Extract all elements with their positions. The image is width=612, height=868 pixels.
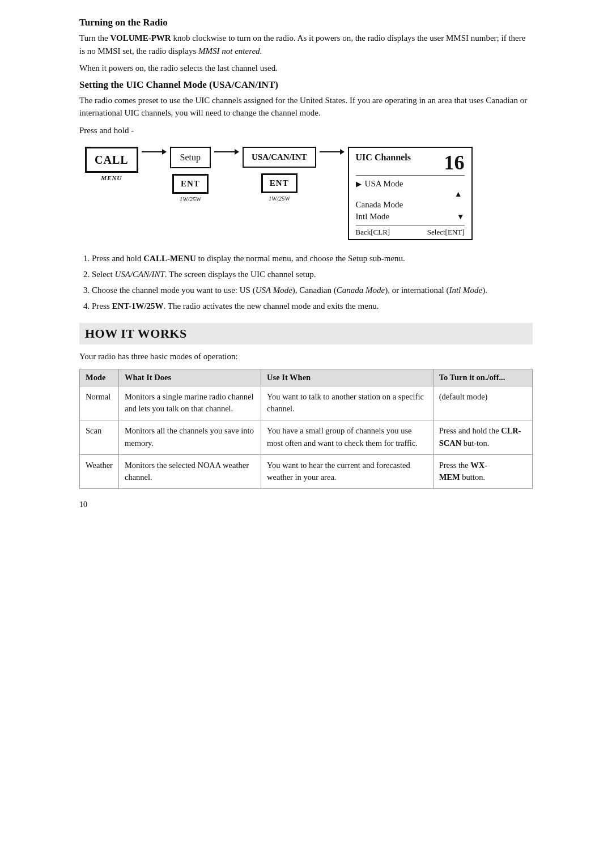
ent-button-1[interactable]: ENT bbox=[172, 174, 209, 194]
ent-button-2[interactable]: ENT bbox=[261, 173, 298, 193]
call-button[interactable]: CALL bbox=[85, 147, 138, 173]
uic-mode-canada: Canada Mode bbox=[356, 199, 465, 211]
instruction-1: Press and hold CALL-MENU to display the … bbox=[92, 252, 533, 265]
arrow-setup-to-usa bbox=[214, 147, 239, 157]
uic-screen-header: UIC Channels 16 bbox=[356, 152, 465, 176]
col-mode: Mode bbox=[80, 369, 119, 386]
what-weather: Monitors the selected NOAA weather chann… bbox=[118, 454, 261, 489]
how-weather: Press the WX-MEM button. bbox=[433, 454, 532, 489]
uic-back-label[interactable]: Back[CLR] bbox=[356, 228, 390, 237]
call-menu-bold: CALL-MENU bbox=[143, 254, 196, 263]
volume-pwr-label: VOLUME-PWR bbox=[110, 33, 171, 42]
turning-heading: Turning on the Radio bbox=[79, 17, 533, 28]
arrow-call-to-setup bbox=[142, 147, 167, 157]
triangle-up-icon: ▲ bbox=[454, 190, 462, 199]
svg-marker-1 bbox=[162, 149, 167, 155]
how-scan-pre: Press and hold the bbox=[439, 426, 502, 435]
how-weather-pre: Press the bbox=[439, 461, 471, 470]
setting-p1: The radio comes preset to use the UIC ch… bbox=[79, 94, 533, 120]
turn-text-end: . bbox=[260, 46, 262, 56]
how-scan-post: but-ton. bbox=[461, 439, 489, 448]
how-it-works-title: HOW IT WORKS bbox=[79, 323, 533, 344]
how-scan: Press and hold the CLR-SCAN but-ton. bbox=[433, 420, 532, 455]
turn-text-pre: Turn the bbox=[79, 33, 110, 42]
instructions-list: Press and hold CALL-MENU to display the … bbox=[92, 252, 533, 313]
mode-normal: Normal bbox=[80, 386, 119, 420]
table-row: Scan Monitors all the channels you save … bbox=[80, 420, 533, 455]
table-body: Normal Monitors a single marine radio ch… bbox=[80, 386, 533, 489]
arrow-ent-to-uic bbox=[320, 147, 345, 157]
triangle-down-icon: ▼ bbox=[457, 212, 465, 222]
setup-group: Setup ENT 1W/25W bbox=[170, 147, 211, 202]
usa-mode-italic: USA Mode bbox=[256, 286, 292, 295]
what-normal: Monitors a single marine radio channel a… bbox=[118, 386, 261, 420]
turning-p2: When it powers on, the radio selects the… bbox=[79, 62, 533, 75]
uic-mode-usa: USA Mode bbox=[356, 178, 465, 190]
what-scan: Monitors all the channels you save into … bbox=[118, 420, 261, 455]
usa-can-int-group: USA/CAN/INT ENT 1W/25W bbox=[243, 147, 316, 202]
uic-channels-title: UIC Channels bbox=[356, 152, 411, 163]
press-hold-label: Press and hold - bbox=[79, 124, 533, 137]
uic-select-label[interactable]: Select[ENT] bbox=[427, 228, 465, 237]
canada-mode-italic: Canada Mode bbox=[337, 286, 385, 295]
when-weather: You want to hear the current and forecas… bbox=[261, 454, 434, 489]
mode-weather: Weather bbox=[80, 454, 119, 489]
mmsi-italic: MMSI not entered bbox=[198, 46, 260, 56]
turning-p1: Turn the VOLUME-PWR knob clockwise to tu… bbox=[79, 32, 533, 57]
watt-label-1: 1W/25W bbox=[180, 195, 201, 202]
menu-label: MENU bbox=[101, 175, 122, 181]
uic-screen: UIC Channels 16 USA Mode ▲ Canada Mode I… bbox=[348, 147, 473, 240]
col-what: What It Does bbox=[118, 369, 261, 386]
diagram-area: CALL MENU Setup ENT 1W/25W USA/CAN/INT E… bbox=[85, 147, 533, 240]
when-scan: You have a small group of channels you u… bbox=[261, 420, 434, 455]
how-weather-post: button. bbox=[460, 473, 485, 482]
instruction-4: Press ENT-1W/25W. The radio activates th… bbox=[92, 299, 533, 313]
when-normal: You want to talk to another station on a… bbox=[261, 386, 434, 420]
uic-mode-intl: Intl Mode ▼ bbox=[356, 211, 465, 223]
ent-1w-25w-bold: ENT-1W/25W bbox=[112, 301, 163, 310]
col-when: Use It When bbox=[261, 369, 434, 386]
page-number: 10 bbox=[79, 500, 533, 509]
uic-footer: Back[CLR] Select[ENT] bbox=[356, 225, 465, 239]
how-normal: (default mode) bbox=[433, 386, 532, 420]
svg-marker-3 bbox=[235, 149, 239, 155]
table-header: Mode What It Does Use It When To Turn it… bbox=[80, 369, 533, 386]
usa-can-int-box: USA/CAN/INT bbox=[243, 147, 316, 168]
table-row: Weather Monitors the selected NOAA weath… bbox=[80, 454, 533, 489]
usa-can-int-italic: USA/CAN/INT bbox=[114, 270, 164, 279]
intl-mode-italic: Intl Mode bbox=[449, 286, 482, 295]
svg-marker-5 bbox=[340, 149, 345, 155]
col-how: To Turn it on./off... bbox=[433, 369, 532, 386]
instruction-3: Choose the channel mode you want to use:… bbox=[92, 283, 533, 297]
setup-box: Setup bbox=[170, 147, 211, 168]
how-it-works-intro: Your radio has three basic modes of oper… bbox=[79, 350, 533, 363]
mode-scan: Scan bbox=[80, 420, 119, 455]
modes-table: Mode What It Does Use It When To Turn it… bbox=[79, 369, 533, 490]
uic-channel-number: 16 bbox=[444, 152, 465, 173]
table-row: Normal Monitors a single marine radio ch… bbox=[80, 386, 533, 420]
call-button-group: CALL MENU bbox=[85, 147, 138, 181]
instruction-2: Select USA/CAN/INT. The screen displays … bbox=[92, 267, 533, 281]
setting-heading: Setting the UIC Channel Mode (USA/CAN/IN… bbox=[79, 79, 533, 91]
watt-label-2: 1W/25W bbox=[269, 195, 290, 202]
